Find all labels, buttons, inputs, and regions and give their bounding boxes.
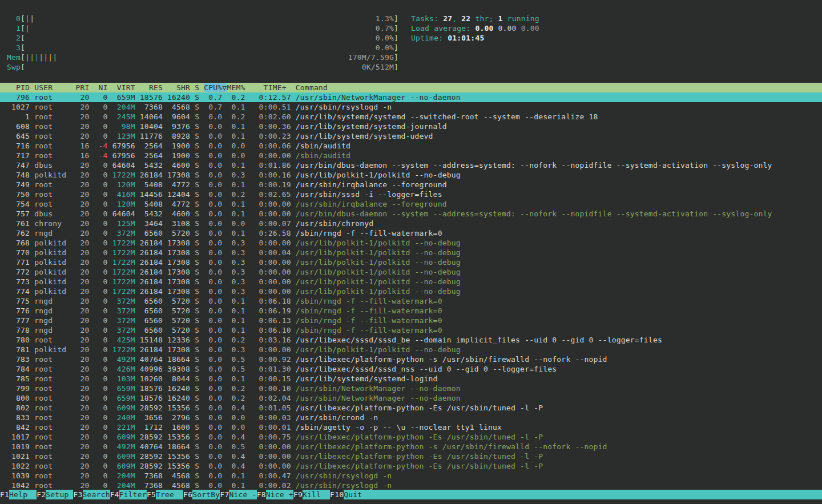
command-cell: /usr/libexec/platform-python -Es /usr/sb… bbox=[296, 452, 543, 461]
process-row-1017[interactable]: 1017 root 20 0 609M 28592 15356 S 0.0 0.… bbox=[0, 432, 822, 442]
res-cell: 26184 bbox=[140, 277, 163, 286]
mem-cell: 0.1 bbox=[227, 374, 245, 383]
process-row-799[interactable]: 799 root 20 0 659M 18576 16240 S 0.0 0.2… bbox=[0, 384, 822, 393]
column-header-pri[interactable]: PRI bbox=[75, 83, 89, 92]
nice-cell: 0 bbox=[94, 229, 108, 237]
command-cell: /usr/libexec/sssd/sssd_nss --uid 0 --gid… bbox=[296, 365, 557, 373]
process-row-783[interactable]: 783 root 20 0 492M 40764 18664 S 0.0 0.5… bbox=[0, 354, 822, 364]
nice-cell: 0 bbox=[94, 452, 108, 461]
state-cell: S bbox=[195, 161, 199, 170]
process-row-796[interactable]: 796 root 20 0 659M 18576 16240 S 0.7 0.2… bbox=[0, 92, 822, 102]
process-row-768[interactable]: 768 polkitd 20 0 1722M 26184 17308 S 0.0… bbox=[0, 238, 822, 248]
res-cell: 7368 bbox=[140, 103, 163, 111]
column-header-cpu-sorted[interactable]: CPU%▽ bbox=[204, 83, 227, 92]
fkey-f7-nice-[interactable]: F7Nice - bbox=[220, 490, 256, 499]
process-row-771[interactable]: 771 polkitd 20 0 1722M 26184 17308 S 0.0… bbox=[0, 257, 822, 267]
process-table-header[interactable]: PID USER PRI NI VIRT RES SHR S CPU%▽MEM%… bbox=[0, 83, 822, 92]
process-row-833[interactable]: 833 root 20 0 240M 3656 2796 S 0.0 0.0 0… bbox=[0, 413, 822, 422]
process-row-778[interactable]: 778 rngd 20 0 372M 6560 5720 S 0.0 0.1 0… bbox=[0, 325, 822, 335]
command-cell: /usr/lib/polkit-1/polkitd --no-debug bbox=[296, 268, 461, 276]
process-row-1042[interactable]: 1042 root 20 0 204M 7368 4568 S 0.0 0.1 … bbox=[0, 481, 822, 490]
cpu-cell: 0.0 bbox=[204, 374, 222, 383]
process-row-1[interactable]: 1 root 20 0 245M 14064 9604 S 0.0 0.2 0:… bbox=[0, 112, 822, 122]
fkey-f3-search[interactable]: F3Search bbox=[73, 490, 110, 499]
meter-bar: | bbox=[25, 14, 30, 23]
command-cell: /usr/libexec/platform-python -s /usr/sbi… bbox=[296, 442, 607, 451]
nice-cell: -4 bbox=[94, 142, 108, 150]
process-row-772[interactable]: 772 polkitd 20 0 1722M 26184 17308 S 0.0… bbox=[0, 267, 822, 277]
fkey-f9-kill[interactable]: F9Kill bbox=[293, 490, 330, 499]
fkey-f6-sortby[interactable]: F6SortBy bbox=[183, 490, 220, 499]
fkey-f10-quit[interactable]: F10Quit bbox=[330, 490, 822, 499]
column-header-shr[interactable]: SHR bbox=[167, 83, 190, 92]
pri-cell: 20 bbox=[75, 481, 89, 490]
nice-cell: 0 bbox=[94, 103, 108, 111]
virt-cell: 416M bbox=[112, 190, 135, 199]
process-row-747[interactable]: 747 dbus 20 0 64604 5432 4600 S 0.0 0.1 … bbox=[0, 160, 822, 170]
process-row-1039[interactable]: 1039 root 20 0 204M 7368 4568 S 0.0 0.1 … bbox=[0, 471, 822, 481]
fkey-f4-filter[interactable]: F4Filter bbox=[110, 490, 147, 499]
column-header-command[interactable]: Command bbox=[296, 83, 328, 92]
fkey-f8-nice-[interactable]: F8Nice + bbox=[257, 490, 293, 499]
process-row-757[interactable]: 757 dbus 20 0 64604 5432 4600 S 0.0 0.1 … bbox=[0, 209, 822, 219]
process-row-802[interactable]: 802 root 20 0 609M 28592 15356 S 0.0 0.4… bbox=[0, 403, 822, 413]
column-header-res[interactable]: RES bbox=[140, 83, 163, 92]
process-row-749[interactable]: 749 root 20 0 120M 5408 4772 S 0.0 0.1 0… bbox=[0, 180, 822, 189]
process-row-717[interactable]: 717 root 16 -4 67956 2564 1900 S 0.0 0.0… bbox=[0, 151, 822, 160]
virt-cell: 1722M bbox=[112, 268, 135, 276]
process-row-1022[interactable]: 1022 root 20 0 609M 28592 15356 S 0.0 0.… bbox=[0, 461, 822, 471]
process-row-777[interactable]: 777 rngd 20 0 372M 6560 5720 S 0.0 0.1 0… bbox=[0, 316, 822, 325]
virt-cell: 98M bbox=[112, 122, 135, 131]
process-row-645[interactable]: 645 root 20 0 123M 11776 8928 S 0.0 0.1 … bbox=[0, 131, 822, 141]
process-row-748[interactable]: 748 polkitd 20 0 1722M 26184 17308 S 0.0… bbox=[0, 170, 822, 180]
process-row-781[interactable]: 781 polkitd 20 0 1722M 26184 17308 S 0.0… bbox=[0, 345, 822, 354]
process-row-761[interactable]: 761 chrony 20 0 125M 3464 3108 S 0.0 0.0… bbox=[0, 219, 822, 228]
process-row-750[interactable]: 750 root 20 0 416M 14456 12404 S 0.0 0.2… bbox=[0, 189, 822, 199]
column-header-ni[interactable]: NI bbox=[94, 83, 108, 92]
process-row-608[interactable]: 608 root 20 0 98M 10404 9376 S 0.0 0.1 0… bbox=[0, 122, 822, 131]
nice-cell: 0 bbox=[94, 433, 108, 441]
process-row-762[interactable]: 762 rngd 20 0 372M 6560 5720 S 0.0 0.1 0… bbox=[0, 228, 822, 238]
process-row-754[interactable]: 754 root 20 0 120M 5408 4772 S 0.0 0.1 0… bbox=[0, 199, 822, 209]
pid-cell: 781 bbox=[7, 345, 30, 354]
process-row-784[interactable]: 784 root 20 0 426M 40996 39308 S 0.0 0.5… bbox=[0, 364, 822, 374]
column-header-pid[interactable]: PID bbox=[7, 83, 30, 92]
cpu-cell: 0.0 bbox=[204, 239, 222, 247]
process-row-774[interactable]: 774 polkitd 20 0 1722M 26184 17308 S 0.0… bbox=[0, 287, 822, 296]
process-row-716[interactable]: 716 root 16 -4 67956 2564 1900 S 0.0 0.0… bbox=[0, 141, 822, 151]
virt-cell: 372M bbox=[112, 326, 135, 334]
nice-cell: 0 bbox=[94, 404, 108, 412]
pid-cell: 716 bbox=[7, 142, 30, 150]
column-header-mem[interactable]: MEM% bbox=[227, 83, 245, 92]
pid-cell: 842 bbox=[7, 423, 30, 432]
process-row-1021[interactable]: 1021 root 20 0 609M 28592 15356 S 0.0 0.… bbox=[0, 451, 822, 461]
user-cell: root bbox=[34, 180, 75, 189]
state-cell: S bbox=[195, 171, 199, 179]
process-row-776[interactable]: 776 rngd 20 0 372M 6560 5720 S 0.0 0.1 0… bbox=[0, 306, 822, 316]
process-row-785[interactable]: 785 root 20 0 103M 10260 8044 S 0.0 0.1 … bbox=[0, 374, 822, 384]
fkey-f5-tree[interactable]: F5Tree bbox=[147, 490, 183, 499]
column-header-user[interactable]: USER bbox=[34, 83, 75, 92]
process-row-842[interactable]: 842 root 20 0 221M 1712 1600 S 0.0 0.0 0… bbox=[0, 422, 822, 432]
mem-cell: 0.1 bbox=[227, 200, 245, 208]
state-cell: S bbox=[195, 219, 199, 228]
process-row-780[interactable]: 780 root 20 0 425M 15148 12336 S 0.0 0.2… bbox=[0, 335, 822, 345]
process-row-1019[interactable]: 1019 root 20 0 492M 40764 18664 S 0.0 0.… bbox=[0, 442, 822, 451]
column-header-virt[interactable]: VIRT bbox=[112, 83, 135, 92]
column-header-state[interactable]: S bbox=[195, 83, 199, 92]
user-cell: root bbox=[34, 93, 75, 102]
state-cell: S bbox=[195, 112, 199, 121]
column-header-time[interactable]: TIME+ bbox=[250, 83, 296, 92]
time-cell: 0:00.75 bbox=[250, 433, 291, 441]
shr-cell: 15356 bbox=[167, 433, 190, 441]
cpu-cell: 0.0 bbox=[204, 142, 222, 150]
process-row-800[interactable]: 800 root 20 0 659M 18576 16240 S 0.0 0.2… bbox=[0, 393, 822, 403]
time-cell: 0:00.36 bbox=[250, 122, 291, 131]
process-row-773[interactable]: 773 polkitd 20 0 1722M 26184 17308 S 0.0… bbox=[0, 277, 822, 287]
process-row-770[interactable]: 770 polkitd 20 0 1722M 26184 17308 S 0.0… bbox=[0, 248, 822, 257]
process-row-1027[interactable]: 1027 root 20 0 204M 7368 4568 S 0.7 0.1 … bbox=[0, 102, 822, 112]
process-row-775[interactable]: 775 rngd 20 0 372M 6560 5720 S 0.0 0.1 0… bbox=[0, 296, 822, 306]
fkey-f2-setup[interactable]: F2Setup bbox=[37, 490, 73, 499]
user-cell: root bbox=[34, 200, 75, 208]
fkey-f1-help[interactable]: F1Help bbox=[0, 490, 37, 499]
